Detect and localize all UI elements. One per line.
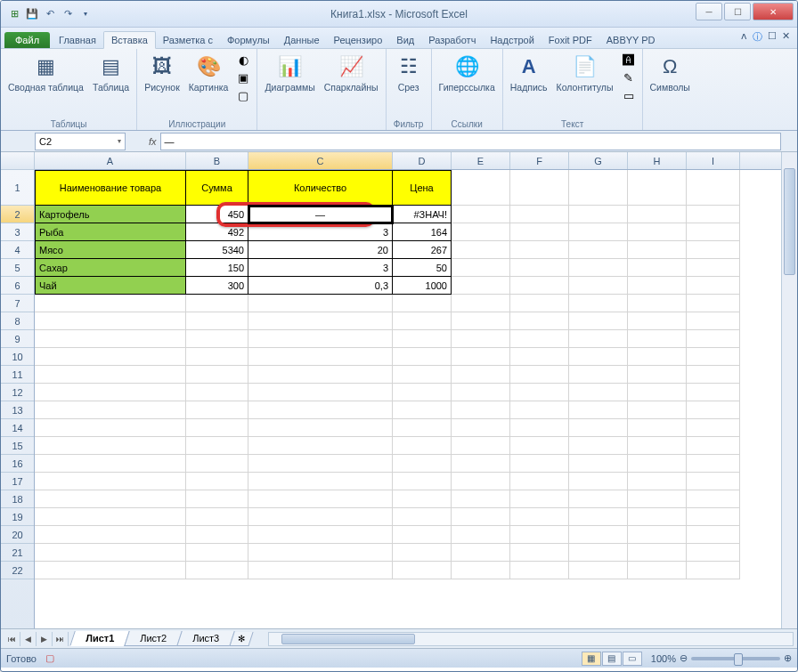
sheet-tab-3[interactable]: Лист3 xyxy=(176,631,235,646)
cell[interactable]: 164 xyxy=(393,223,452,241)
cell[interactable] xyxy=(510,330,569,348)
tab-page-layout[interactable]: Разметка с xyxy=(156,32,220,48)
select-all-corner[interactable] xyxy=(1,152,35,170)
cell[interactable] xyxy=(628,437,687,455)
object-button[interactable]: ▭ xyxy=(619,86,639,104)
cell[interactable] xyxy=(35,419,186,437)
cell[interactable] xyxy=(569,419,628,437)
cell[interactable]: 0,3 xyxy=(248,277,393,295)
cell[interactable] xyxy=(628,401,687,419)
cell[interactable] xyxy=(35,490,186,508)
tab-view[interactable]: Вид xyxy=(389,32,421,48)
column-header[interactable]: F xyxy=(510,152,569,169)
sheet-nav-first[interactable]: ⏮ xyxy=(4,632,20,646)
cell[interactable] xyxy=(35,330,186,348)
cell[interactable] xyxy=(393,295,452,312)
row-header[interactable]: 7 xyxy=(1,295,34,312)
cell[interactable] xyxy=(186,348,248,366)
cell[interactable] xyxy=(452,206,510,223)
cell[interactable]: 300 xyxy=(186,277,248,295)
cell[interactable] xyxy=(35,562,186,579)
zoom-level[interactable]: 100% xyxy=(651,653,676,664)
cell[interactable] xyxy=(569,312,628,330)
cell[interactable] xyxy=(452,473,510,490)
cell[interactable] xyxy=(569,562,628,579)
row-header[interactable]: 19 xyxy=(1,508,34,526)
view-normal-button[interactable]: ▦ xyxy=(582,652,601,666)
cell[interactable] xyxy=(569,473,628,490)
cell[interactable] xyxy=(628,206,687,223)
cell[interactable] xyxy=(687,508,740,526)
cell[interactable]: 267 xyxy=(393,241,452,259)
cell[interactable] xyxy=(393,437,452,455)
minimize-button[interactable]: ─ xyxy=(696,3,722,20)
row-header[interactable]: 4 xyxy=(1,241,34,259)
symbols-button[interactable]: ΩСимволы xyxy=(647,51,694,95)
redo-icon[interactable]: ↷ xyxy=(60,6,76,22)
cell[interactable] xyxy=(510,490,569,508)
zoom-out-button[interactable]: ⊖ xyxy=(680,652,688,664)
horizontal-scrollbar[interactable] xyxy=(268,632,794,646)
cell[interactable] xyxy=(687,384,740,401)
cell[interactable] xyxy=(628,384,687,401)
cell[interactable] xyxy=(628,330,687,348)
cell[interactable]: 3 xyxy=(248,223,393,241)
sheet-nav-next[interactable]: ▶ xyxy=(37,632,53,646)
cell[interactable]: 5340 xyxy=(186,241,248,259)
cell[interactable] xyxy=(393,455,452,473)
sparklines-button[interactable]: 📈Спарклайны xyxy=(321,51,382,95)
cell[interactable] xyxy=(452,312,510,330)
save-icon[interactable]: 💾 xyxy=(24,6,40,22)
cell[interactable] xyxy=(687,206,740,223)
cell[interactable] xyxy=(510,366,569,384)
cell[interactable] xyxy=(628,241,687,259)
cell[interactable] xyxy=(452,295,510,312)
cell[interactable] xyxy=(628,170,687,206)
cell[interactable] xyxy=(510,223,569,241)
undo-icon[interactable]: ↶ xyxy=(42,6,58,22)
cell[interactable] xyxy=(569,526,628,544)
charts-button[interactable]: 📊Диаграммы xyxy=(261,51,318,95)
cell[interactable] xyxy=(393,330,452,348)
cell[interactable] xyxy=(248,455,393,473)
cell[interactable] xyxy=(248,312,393,330)
cell[interactable] xyxy=(628,419,687,437)
cell[interactable] xyxy=(393,401,452,419)
row-header[interactable]: 1 xyxy=(1,170,34,206)
cell[interactable] xyxy=(510,544,569,562)
row-header[interactable]: 6 xyxy=(1,277,34,295)
cell[interactable]: 1000 xyxy=(393,277,452,295)
tab-insert[interactable]: Вставка xyxy=(103,31,156,49)
cell[interactable] xyxy=(452,437,510,455)
cell[interactable]: Сахар xyxy=(35,259,186,277)
cell-grid[interactable]: Наименование товараСуммаКоличествоЦенаКа… xyxy=(35,170,781,628)
row-header[interactable]: 15 xyxy=(1,437,34,455)
cell[interactable] xyxy=(687,223,740,241)
cell[interactable] xyxy=(687,437,740,455)
cell[interactable] xyxy=(687,490,740,508)
ribbon-minimize-icon[interactable]: ᴧ xyxy=(741,30,747,44)
cell[interactable]: Цена xyxy=(393,170,452,206)
window-restore-icon[interactable]: ☐ xyxy=(768,30,777,44)
cell[interactable] xyxy=(628,455,687,473)
cell[interactable] xyxy=(393,312,452,330)
cell[interactable] xyxy=(628,348,687,366)
clipart-button[interactable]: 🎨Картинка xyxy=(185,51,232,95)
cell[interactable] xyxy=(452,259,510,277)
cell[interactable] xyxy=(186,330,248,348)
cell[interactable] xyxy=(248,490,393,508)
cell[interactable] xyxy=(186,490,248,508)
cell[interactable] xyxy=(186,295,248,312)
cell[interactable] xyxy=(393,366,452,384)
cell[interactable] xyxy=(569,170,628,206)
cell[interactable] xyxy=(569,295,628,312)
cell[interactable] xyxy=(35,473,186,490)
cell[interactable] xyxy=(510,526,569,544)
cell[interactable] xyxy=(248,437,393,455)
cell[interactable] xyxy=(628,295,687,312)
cell[interactable]: 50 xyxy=(393,259,452,277)
row-header[interactable]: 13 xyxy=(1,401,34,419)
column-header[interactable]: B xyxy=(186,152,248,169)
cell[interactable] xyxy=(186,366,248,384)
cell[interactable] xyxy=(687,330,740,348)
